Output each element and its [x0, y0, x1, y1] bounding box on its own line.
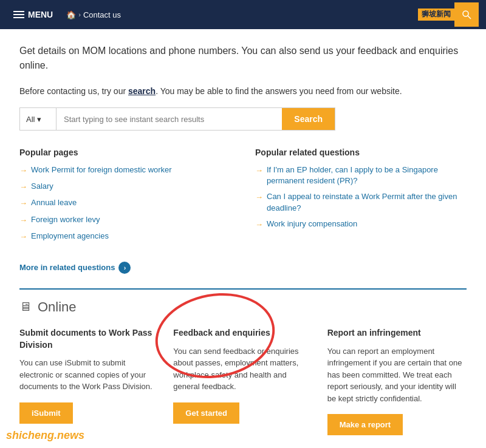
arrow-icon: → — [19, 165, 27, 176]
popular-questions-col: Popular related questions → If I'm an EP… — [255, 148, 467, 247]
arrow-icon: → — [19, 231, 27, 242]
online-cards: Submit documents to Work Pass Division Y… — [19, 327, 467, 435]
online-title: Online — [38, 299, 77, 315]
card-heading: Submit documents to Work Pass Division — [19, 327, 159, 351]
main-content: Get details on MOM locations and phone n… — [0, 29, 486, 448]
search-hint-prefix: Before contacting us, try our — [19, 86, 128, 96]
get-started-button[interactable]: Get started — [173, 402, 239, 424]
search-button[interactable]: Search — [282, 108, 335, 130]
svg-point-0 — [463, 11, 468, 16]
search-link[interactable]: search — [128, 86, 156, 96]
popular-page-link[interactable]: → Employment agencies — [19, 231, 231, 242]
search-hint: Before contacting us, try our search. Yo… — [19, 85, 467, 98]
popular-question-link[interactable]: → Work injury compensation — [255, 219, 467, 230]
menu-label: MENU — [28, 10, 53, 19]
header-search-button[interactable] — [454, 2, 479, 27]
card-body: You can use iSubmit to submit electronic… — [19, 357, 159, 393]
arrow-icon: → — [19, 198, 27, 209]
arrow-icon: → — [255, 219, 263, 230]
popular-page-link[interactable]: → Work Permit for foreign domestic worke… — [19, 165, 231, 176]
popular-questions-heading: Popular related questions — [255, 148, 467, 157]
arrow-icon: → — [19, 215, 27, 226]
popular-page-link[interactable]: → Annual leave — [19, 197, 231, 209]
popular-pages-heading: Popular pages — [19, 148, 231, 157]
header-right: 狮坡新闻 — [418, 2, 479, 27]
filter-label: All — [26, 115, 35, 124]
card-body: You can send feedback or enquiries about… — [173, 345, 312, 393]
search-bar: All ▾ Search — [19, 107, 335, 131]
breadcrumb: 🏠 › Contact us — [66, 10, 121, 19]
search-hint-suffix: . You may be able to find the answers yo… — [156, 86, 402, 96]
breadcrumb-separator: › — [78, 11, 81, 18]
online-card-feedback: Feedback and enquiries You can send feed… — [173, 327, 312, 435]
arrow-icon: → — [255, 165, 263, 176]
online-header: 🖥 Online — [19, 299, 467, 315]
isubmit-button[interactable]: iSubmit — [19, 402, 73, 424]
page-intro: Get details on MOM locations and phone n… — [19, 44, 467, 73]
search-icon — [462, 10, 471, 19]
online-card-submit: Submit documents to Work Pass Division Y… — [19, 327, 159, 435]
popular-question-link[interactable]: → If I'm an EP holder, can I apply to be… — [255, 165, 467, 186]
more-related-icon: › — [118, 262, 131, 274]
current-page: Contact us — [83, 10, 121, 19]
search-filter-dropdown[interactable]: All ▾ — [20, 108, 56, 130]
monitor-icon: 🖥 — [19, 300, 32, 314]
card-heading: Report an infringement — [327, 327, 467, 339]
search-input[interactable] — [56, 108, 282, 130]
menu-button[interactable]: MENU — [7, 10, 59, 19]
online-section: 🖥 Online Submit documents to Work Pass D… — [19, 288, 467, 435]
site-logo: 狮坡新闻 — [418, 8, 454, 21]
popular-section: Popular pages → Work Permit for foreign … — [19, 148, 467, 247]
arrow-icon: → — [19, 182, 27, 192]
popular-pages-col: Popular pages → Work Permit for foreign … — [19, 148, 231, 247]
svg-line-1 — [468, 16, 471, 19]
chevron-down-icon: ▾ — [37, 115, 41, 124]
more-related-link[interactable]: More in related questions › — [19, 262, 467, 274]
online-card-report: Report an infringement You can report an… — [327, 327, 467, 435]
hamburger-icon — [13, 11, 24, 18]
home-link[interactable]: 🏠 — [66, 10, 76, 19]
popular-page-link[interactable]: → Foreign worker levy — [19, 214, 231, 226]
popular-question-link[interactable]: → Can I appeal to reinstate a Work Permi… — [255, 191, 467, 213]
bottom-watermark: shicheng.news — [6, 429, 84, 442]
card-heading: Feedback and enquiries — [173, 327, 312, 339]
header: MENU 🏠 › Contact us 狮坡新闻 — [0, 0, 486, 29]
make-report-button[interactable]: Make a report — [327, 414, 403, 435]
more-related-label: More in related questions — [19, 263, 115, 272]
arrow-icon: → — [255, 192, 263, 203]
card-body: You can report an employment infringemen… — [327, 345, 467, 405]
popular-page-link[interactable]: → Salary — [19, 181, 231, 192]
